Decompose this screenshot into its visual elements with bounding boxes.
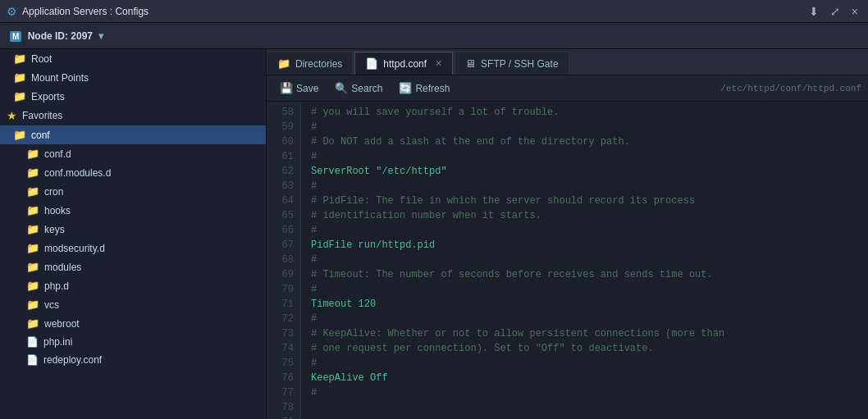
star-icon: ★ — [7, 109, 17, 122]
tab-label: httpd.conf — [383, 58, 427, 70]
tab-label: SFTP / SSH Gate — [481, 58, 558, 70]
close-button[interactable]: × — [848, 3, 861, 20]
keyword-text: KeepAlive Off — [311, 372, 388, 384]
sidebar-item-redeploy.conf[interactable]: 📄redeploy.conf — [0, 351, 266, 369]
sidebar-item-keys[interactable]: 📁keys — [0, 220, 266, 239]
sidebar-item-vcs[interactable]: 📁vcs — [0, 295, 266, 314]
line-number-66: 66 — [267, 223, 300, 238]
sidebar-item-label: conf — [31, 130, 50, 141]
folder-icon: 📁 — [26, 166, 39, 179]
comment-text: # — [311, 225, 317, 236]
line-number-63: 63 — [267, 179, 300, 194]
sidebar-item-php.ini[interactable]: 📄php.ini — [0, 333, 266, 351]
title-bar-left: ⚙ Application Servers : Configs — [7, 5, 148, 18]
line-number-68: 68 — [267, 253, 300, 267]
code-editor[interactable]: 5859606162636465666768697071727374757677… — [267, 102, 868, 419]
sidebar-item-modules[interactable]: 📁modules — [0, 257, 266, 276]
keyword-text: PidFile run/httpd.pid — [311, 239, 435, 251]
comment-text: # — [311, 180, 317, 192]
code-line-71: # Timeout: The number of seconds before … — [311, 267, 858, 282]
code-line-72: # — [311, 282, 858, 297]
comment-text: # — [311, 151, 317, 162]
comment-text: # KeepAlive: Whether or not to allow per… — [311, 328, 724, 339]
line-number-77: 77 — [267, 385, 300, 400]
line-number-59: 59 — [267, 120, 300, 134]
code-line-79: KeepAlive Off — [311, 371, 858, 385]
expand-button[interactable]: ⤢ — [827, 3, 843, 20]
node-id[interactable]: M Node ID: 2097 ▾ — [10, 30, 103, 42]
line-number-69: 69 — [267, 267, 300, 282]
code-line-65: # PidFile: The file in which the server … — [311, 194, 858, 208]
line-number-65: 65 — [267, 208, 300, 223]
tab-sftp-ssh[interactable]: 🖥SFTP / SSH Gate — [455, 52, 569, 75]
sidebar-item-modsecurity.d[interactable]: 📁modsecurity.d — [0, 239, 266, 257]
search-button[interactable]: 🔍 Search — [328, 80, 389, 96]
line-number-71: 71 — [267, 297, 300, 312]
sidebar-item-webroot[interactable]: 📁webroot — [0, 314, 266, 333]
code-line-68: PidFile run/httpd.pid — [311, 238, 858, 253]
sidebar-item-hooks[interactable]: 📁hooks — [0, 201, 266, 220]
sidebar-item-conf.d[interactable]: 📁conf.d — [0, 144, 266, 163]
line-number-73: 73 — [267, 326, 300, 341]
save-button[interactable]: 💾 Save — [273, 80, 325, 96]
line-numbers: 5859606162636465666768697071727374757677… — [267, 102, 301, 419]
keyword-text: ServerRoot "/etc/httpd" — [311, 166, 447, 177]
node-dropdown-arrow[interactable]: ▾ — [98, 30, 103, 42]
refresh-button[interactable]: 🔄 Refresh — [392, 80, 456, 96]
tab-close-icon[interactable]: ✕ — [435, 58, 442, 69]
download-button[interactable]: ⬇ — [806, 3, 822, 20]
sidebar-item-cron[interactable]: 📁cron — [0, 182, 266, 201]
tabs-bar: 📁Directories📄httpd.conf✕🖥SFTP / SSH Gate — [267, 49, 868, 75]
content-area: 📁Directories📄httpd.conf✕🖥SFTP / SSH Gate… — [267, 49, 868, 419]
sidebar: 📁Root📁Mount Points📁Exports★Favorites📁con… — [0, 49, 267, 419]
folder-icon: 📁 — [26, 204, 39, 216]
sidebar-item-label: Root — [31, 53, 52, 65]
code-lines: # you will save yourself a lot of troubl… — [301, 102, 868, 419]
code-content: 5859606162636465666768697071727374757677… — [267, 102, 868, 419]
comment-text: # — [311, 387, 317, 399]
line-number-78: 78 — [267, 400, 300, 415]
code-line-77: # one request per connection). Set to "O… — [311, 341, 858, 356]
search-icon: 🔍 — [335, 82, 348, 94]
comment-text: # identification number when it starts. — [311, 210, 541, 221]
code-line-62: ServerRoot "/etc/httpd" — [311, 164, 858, 179]
line-number-76: 76 — [267, 371, 300, 385]
tab-file-icon: 📄 — [365, 57, 378, 70]
sidebar-item-conf[interactable]: 📁conf — [0, 125, 266, 144]
sidebar-item-exports[interactable]: 📁Exports — [0, 87, 266, 106]
sidebar-item-favorites[interactable]: ★Favorites — [0, 106, 266, 125]
folder-icon: 📁 — [26, 280, 39, 292]
app-icon: ⚙ — [7, 5, 17, 18]
title-bar-controls: ⬇ ⤢ × — [806, 3, 861, 20]
line-number-58: 58 — [267, 105, 300, 120]
code-line-60: # Do NOT add a slash at the end of the d… — [311, 134, 858, 149]
sidebar-item-php.d[interactable]: 📁php.d — [0, 276, 266, 295]
line-number-67: 67 — [267, 238, 300, 253]
line-number-61: 61 — [267, 149, 300, 164]
line-number-79: 79 — [267, 415, 300, 419]
sidebar-item-label: hooks — [44, 205, 71, 216]
folder-icon: 📁 — [26, 317, 39, 330]
tab-httpd-conf[interactable]: 📄httpd.conf✕ — [354, 52, 453, 75]
refresh-label: Refresh — [415, 83, 450, 94]
sidebar-item-label: keys — [44, 224, 65, 235]
line-number-60: 60 — [267, 134, 300, 149]
node-label: Node ID: 2097 — [28, 30, 93, 42]
comment-text: # — [311, 121, 317, 133]
sidebar-item-mount-points[interactable]: 📁Mount Points — [0, 68, 266, 87]
line-number-62: 62 — [267, 164, 300, 179]
sidebar-item-root[interactable]: 📁Root — [0, 49, 266, 68]
sidebar-item-label: cron — [44, 186, 63, 198]
code-line-70: # — [311, 253, 858, 267]
save-icon: 💾 — [280, 82, 293, 94]
code-line-73: Timeout 120 — [311, 297, 858, 312]
sidebar-item-label: vcs — [44, 299, 59, 311]
search-label: Search — [351, 83, 382, 94]
file-icon: 📄 — [26, 354, 39, 366]
folder-icon: 📁 — [26, 185, 39, 198]
comment-text: # — [311, 358, 317, 369]
tab-directories[interactable]: 📁Directories — [267, 52, 353, 75]
tab-label: Directories — [295, 58, 342, 70]
sidebar-item-conf.modules.d[interactable]: 📁conf.modules.d — [0, 163, 266, 182]
folder-icon: 📁 — [26, 223, 39, 235]
